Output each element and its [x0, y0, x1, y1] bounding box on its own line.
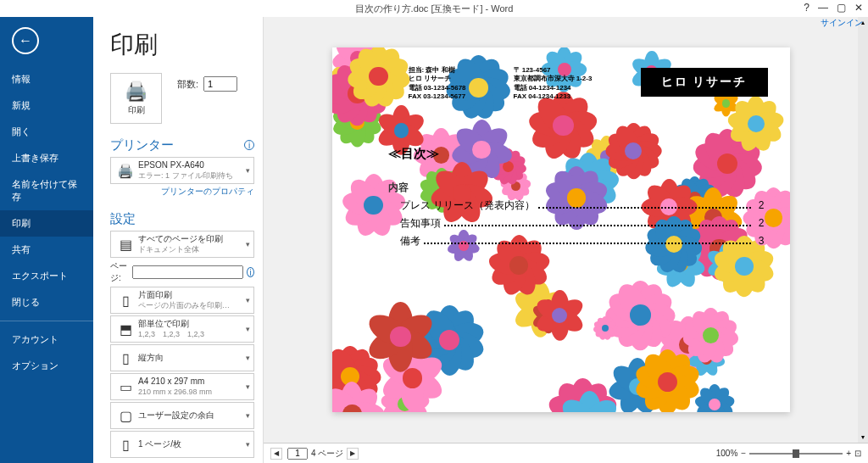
- preview-page: 担当: 森中 和樹ヒロ リサーチ電話 03-1234-5678FAX 03-12…: [332, 47, 790, 412]
- settings-section-header: 設定: [110, 211, 254, 227]
- sidebar-item-3[interactable]: 上書き保存: [0, 145, 93, 171]
- orientation-selector[interactable]: ▯ 縦方向 ▾: [110, 344, 254, 371]
- doc-header-col2: 〒 123-4567東京都調布市深大寺 1-2-3電話 04-1234-1234…: [514, 66, 593, 102]
- pages-input[interactable]: [132, 265, 243, 279]
- printer-properties-link[interactable]: プリンターのプロパティ: [110, 186, 254, 198]
- backstage-sidebar: ← 情報新規開く上書き保存名前を付けて保存印刷共有エクスポート閉じるアカウントオ…: [0, 17, 93, 463]
- printer-name: EPSON PX-A640: [138, 160, 248, 171]
- margins-selector[interactable]: ▢ ユーザー設定の余白 ▾: [110, 402, 254, 429]
- print-preview: 担当: 森中 和樹ヒロ リサーチ電話 03-1234-5678FAX 03-12…: [263, 17, 868, 463]
- chevron-down-icon: ▾: [246, 240, 250, 248]
- minimize-icon[interactable]: —: [818, 2, 828, 14]
- window-title: 目次の作り方.doc [互換モード] - Word: [355, 3, 514, 15]
- info-icon[interactable]: i: [244, 140, 254, 150]
- page-icon: ▯: [116, 293, 135, 309]
- print-range-selector[interactable]: ▤ すべてのページを印刷 ドキュメント全体 ▾: [110, 231, 254, 258]
- printer-device-icon: 🖨️: [116, 163, 135, 179]
- zoom-slider[interactable]: [749, 453, 843, 455]
- help-icon[interactable]: ?: [804, 2, 810, 14]
- preview-status-bar: ◀ 4 ページ ▶ 100% − + ⊡: [264, 443, 868, 463]
- copies-input[interactable]: [203, 76, 237, 92]
- chevron-down-icon: ▾: [246, 296, 250, 304]
- sidebar-item-4[interactable]: 名前を付けて保存: [0, 171, 93, 210]
- vertical-scrollbar[interactable]: ▴ ▾: [858, 17, 868, 443]
- sidebar-item-7[interactable]: エクスポート: [0, 263, 93, 289]
- copies-label: 部数:: [177, 78, 198, 91]
- chevron-down-icon: ▾: [246, 325, 250, 333]
- sidebar-item-5[interactable]: 印刷: [0, 210, 93, 237]
- toc-subtitle: 内容: [388, 181, 765, 195]
- zoom-level: 100%: [716, 449, 738, 458]
- printer-icon: 🖨️: [125, 81, 147, 103]
- company-label: ヒロ リサーチ: [641, 68, 768, 97]
- collate-selector[interactable]: ⬒ 部単位で印刷1,2,3 1,2,3 1,2,3 ▾: [110, 315, 254, 343]
- doc-header-col1: 担当: 森中 和樹ヒロ リサーチ電話 03-1234-5678FAX 03-12…: [409, 66, 466, 102]
- toc-line: プレス リリース（発表内容）2: [400, 198, 765, 213]
- fit-page-icon[interactable]: ⊡: [854, 449, 861, 458]
- sidebar-item-1[interactable]: 新規: [0, 92, 93, 119]
- paper-size-selector[interactable]: ▭ A4 210 x 297 mm210 mm x 296.98 mm ▾: [110, 373, 254, 400]
- sheet-icon: ▯: [116, 437, 135, 453]
- collate-icon: ⬒: [116, 321, 135, 337]
- paper-icon: ▭: [116, 379, 135, 395]
- chevron-down-icon: ▾: [246, 440, 250, 449]
- prev-page-button[interactable]: ◀: [270, 448, 282, 460]
- title-bar: 目次の作り方.doc [互換モード] - Word ? — ▢ ✕: [0, 0, 868, 17]
- sidebar-item-0[interactable]: 情報: [0, 66, 93, 92]
- chevron-down-icon: ▾: [246, 411, 250, 420]
- chevron-down-icon: ▾: [246, 382, 250, 391]
- print-settings-panel: 印刷 🖨️ 印刷 部数: プリンター i 🖨️ EPSON PX-A640: [93, 17, 263, 463]
- sidebar-item-10[interactable]: オプション: [0, 353, 93, 379]
- info-icon[interactable]: i: [247, 267, 254, 277]
- printer-section-header: プリンター i: [110, 137, 254, 153]
- orientation-icon: ▯: [116, 350, 135, 366]
- printer-selector[interactable]: 🖨️ EPSON PX-A640 エラー: 1 ファイル印刷待ち ▾: [110, 157, 254, 184]
- sidebar-item-9[interactable]: アカウント: [0, 326, 93, 353]
- pages-icon: ▤: [116, 237, 135, 253]
- zoom-in-button[interactable]: +: [846, 449, 851, 458]
- next-page-button[interactable]: ▶: [347, 448, 359, 460]
- pages-per-sheet-selector[interactable]: ▯ 1 ページ/枚 ▾: [110, 431, 254, 458]
- toc-line: 告知事項2: [400, 216, 765, 231]
- sides-selector[interactable]: ▯ 片面印刷ページの片面のみを印刷… ▾: [110, 287, 254, 314]
- back-button[interactable]: ←: [12, 27, 39, 54]
- sidebar-item-2[interactable]: 開く: [0, 119, 93, 145]
- pages-label: ページ:: [110, 260, 129, 284]
- chevron-down-icon[interactable]: ▾: [861, 433, 865, 441]
- toc-title: ≪目次≫: [388, 146, 765, 162]
- margins-icon: ▢: [116, 408, 135, 424]
- toc-line: 備考3: [400, 234, 765, 248]
- total-pages-label: 4 ページ: [311, 448, 343, 460]
- zoom-out-button[interactable]: −: [741, 449, 746, 458]
- chevron-down-icon: ▾: [246, 166, 250, 175]
- print-button-label: 印刷: [128, 104, 145, 116]
- close-icon[interactable]: ✕: [854, 2, 863, 14]
- chevron-down-icon: ▾: [246, 354, 250, 362]
- current-page-input[interactable]: [287, 448, 308, 460]
- sidebar-item-6[interactable]: 共有: [0, 237, 93, 263]
- sidebar-item-8[interactable]: 閉じる: [0, 289, 93, 315]
- restore-icon[interactable]: ▢: [837, 2, 846, 14]
- printer-status: エラー: 1 ファイル印刷待ち: [138, 171, 248, 181]
- print-button[interactable]: 🖨️ 印刷: [110, 73, 162, 124]
- page-title: 印刷: [110, 29, 254, 61]
